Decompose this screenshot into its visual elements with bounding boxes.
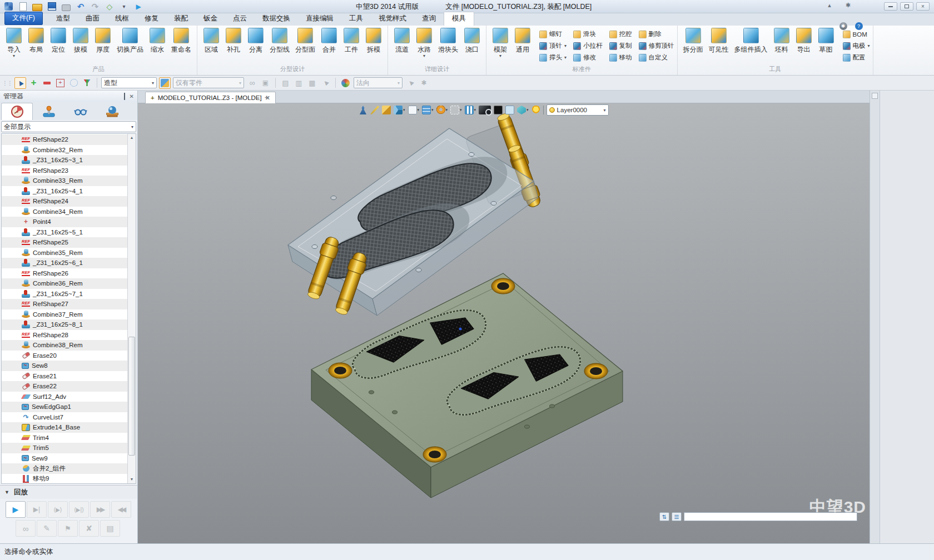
ribbon-small-button[interactable]: 撑头 ▾: [539, 53, 567, 62]
links-icon[interactable]: [246, 77, 258, 89]
tree-item[interactable]: SewEdgGap1: [2, 402, 127, 412]
tree-item[interactable]: Extrude14_Base: [2, 422, 127, 433]
undo-icon[interactable]: [76, 2, 86, 12]
maximize-button[interactable]: [900, 2, 913, 11]
ribbon-button[interactable]: 通用: [511, 27, 534, 55]
goto-icon[interactable]: [58, 520, 78, 537]
viewport-tool[interactable]: ▾: [450, 106, 462, 114]
ribbon-small-button[interactable]: 顶针 ▾: [539, 42, 567, 50]
tree-item[interactable]: 移动9: [2, 474, 127, 484]
tree-item[interactable]: RefShape26: [2, 268, 127, 279]
menu-tab[interactable]: 直接编辑: [298, 12, 341, 26]
menu-tab[interactable]: 视觉样式: [371, 12, 414, 26]
tab-history-manager[interactable]: [1, 103, 33, 120]
step-forward-icon[interactable]: [27, 501, 47, 518]
open-file-icon[interactable]: [32, 2, 42, 12]
play-icon[interactable]: [6, 501, 26, 518]
ribbon-button[interactable]: 水路 ▾: [413, 27, 435, 58]
ribbon-small-button[interactable]: 自定义: [639, 53, 674, 62]
close-button[interactable]: ×: [916, 2, 930, 11]
cancel-icon[interactable]: [79, 520, 99, 537]
ribbon-button[interactable]: 坯料: [771, 27, 793, 55]
viewport-tool[interactable]: [494, 106, 503, 114]
ribbon-button[interactable]: 分离: [245, 27, 267, 55]
start-icon[interactable]: [133, 2, 143, 12]
ribbon-button[interactable]: 浇口: [461, 27, 483, 55]
assembly-nav-icon[interactable]: [159, 77, 171, 89]
ribbon-small-button[interactable]: 移动: [609, 53, 632, 62]
viewport-tool[interactable]: ▾: [394, 106, 405, 114]
remove-icon[interactable]: [41, 77, 53, 89]
tree-item[interactable]: RefShape25: [2, 237, 127, 248]
tree-item[interactable]: Erase21: [2, 371, 127, 382]
settings-icon[interactable]: [418, 77, 430, 89]
tree-item[interactable]: Point4: [2, 217, 127, 227]
command-input[interactable]: [684, 512, 857, 521]
ribbon-button[interactable]: 模架 ▾: [489, 27, 511, 58]
menu-tab[interactable]: 线框: [107, 12, 137, 26]
menu-tab[interactable]: 修复: [137, 12, 166, 26]
tree-item[interactable]: Sew8: [2, 361, 127, 371]
print-icon[interactable]: [61, 2, 71, 12]
options-gear-icon[interactable]: ✱: [839, 22, 847, 30]
insert-mid-icon[interactable]: [293, 77, 305, 89]
menu-tab[interactable]: 钣金: [196, 12, 225, 26]
menu-tab[interactable]: 数据交换: [255, 12, 298, 26]
ribbon-small-button[interactable]: 挖腔: [609, 30, 632, 38]
tree-item[interactable]: _Z31_16x25~7_1: [2, 289, 127, 299]
ribbon-button[interactable]: 区域: [200, 27, 222, 55]
list-icon[interactable]: ☰: [672, 512, 682, 521]
minimize-button[interactable]: [884, 2, 897, 11]
tree-item[interactable]: Combine32_Rem: [2, 145, 127, 156]
link-icon[interactable]: [16, 520, 36, 537]
tree-item[interactable]: _Z31_16x25~4_1: [2, 186, 127, 197]
ribbon-button[interactable]: 导入 ▾: [3, 27, 25, 58]
app-logo-icon[interactable]: [3, 2, 13, 12]
menu-tab[interactable]: 模具: [444, 12, 474, 26]
lasso-icon[interactable]: [68, 77, 80, 89]
tab-visual-manager[interactable]: [64, 103, 96, 120]
viewport-tool[interactable]: ▾: [517, 106, 529, 114]
ribbon-button[interactable]: 拔模: [69, 27, 92, 55]
ribbon-button[interactable]: 分型面: [292, 27, 318, 55]
ribbon-small-button[interactable]: 螺钉: [539, 30, 567, 38]
ribbon-button[interactable]: 流道: [391, 27, 413, 55]
tree-item[interactable]: Trim5: [2, 443, 127, 453]
viewport-canvas[interactable]: ▾ ▾ ▾ ▾ ▾ ▾: [138, 103, 870, 543]
core-plate[interactable]: [311, 273, 623, 498]
insert-top-icon[interactable]: [280, 77, 291, 89]
tree-item[interactable]: _Z31_16x25~5_1: [2, 227, 127, 238]
ribbon-button[interactable]: 重命名: [168, 27, 194, 55]
ribbon-button[interactable]: 补孔: [222, 27, 245, 55]
ribbon-small-button[interactable]: 滑块: [573, 30, 603, 38]
viewport-tool[interactable]: [479, 106, 491, 114]
menu-tab[interactable]: 造型: [48, 12, 78, 26]
menu-tab[interactable]: 曲面: [78, 12, 107, 26]
ribbon-button[interactable]: 缩水: [146, 27, 168, 55]
close-panel-icon[interactable]: ✕: [130, 93, 134, 99]
viewport-tool[interactable]: ▾: [436, 106, 448, 114]
tree-item[interactable]: Trim4: [2, 433, 127, 443]
ribbon-button[interactable]: 工件: [340, 27, 362, 55]
scrollbar-thumb[interactable]: [128, 337, 135, 456]
menu-tab[interactable]: 文件(F): [4, 12, 43, 25]
tree-item[interactable]: Combine38_Rem: [2, 340, 127, 351]
toolbar-grip[interactable]: ⋮⋮: [2, 80, 12, 86]
pick-icon[interactable]: [14, 77, 26, 89]
ribbon-small-button[interactable]: 删除: [639, 30, 674, 38]
ribbon-button[interactable]: 可见性: [706, 27, 732, 55]
add-icon[interactable]: [28, 77, 39, 89]
tree-item[interactable]: RefShape22: [2, 134, 127, 145]
dock-button[interactable]: [872, 93, 878, 99]
collapse-ribbon-icon[interactable]: ▴: [828, 2, 831, 9]
tree-item[interactable]: Combine37_Rem: [2, 309, 127, 320]
ribbon-small-button[interactable]: 配置: [843, 53, 870, 62]
tree-item[interactable]: Combine33_Rem: [2, 176, 127, 186]
direction-combobox[interactable]: 法向▾: [354, 77, 403, 88]
tree-item[interactable]: Combine35_Rem: [2, 248, 127, 258]
ribbon-small-button[interactable]: 小拉杆: [573, 42, 603, 50]
menu-tab[interactable]: 查询: [414, 12, 444, 26]
viewport-tool[interactable]: ▾: [422, 106, 434, 114]
tree-item[interactable]: _Z31_16x25~6_1: [2, 258, 127, 268]
cursor-icon[interactable]: [320, 77, 331, 89]
